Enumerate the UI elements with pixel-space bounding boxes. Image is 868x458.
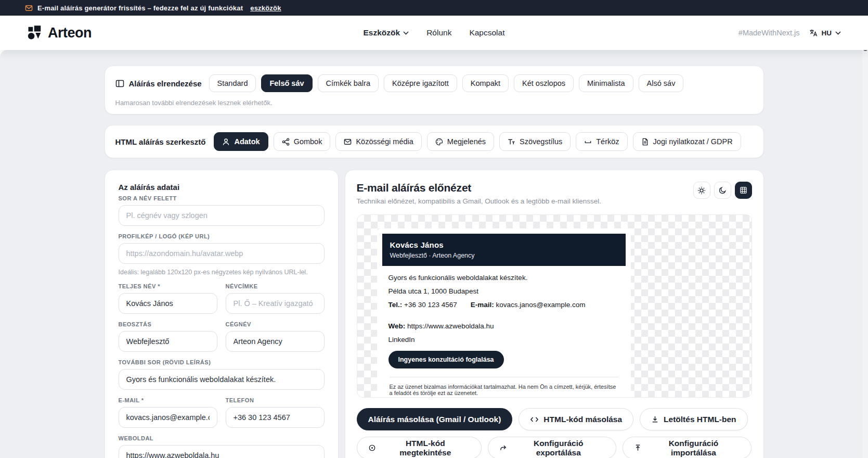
editor-title: HTML aláírás szerkesztő — [115, 137, 206, 146]
chevron-down-icon — [835, 31, 841, 35]
tab-jogi-nyilatkozat[interactable]: Jogi nyilatkozat / GDPR — [633, 132, 741, 151]
avatar-url-input[interactable] — [119, 243, 325, 264]
field-label-position: BEOSZTÁS — [119, 321, 217, 327]
user-icon — [222, 138, 230, 146]
nav-item-kapcsolat[interactable]: Kapcsolat — [469, 28, 504, 37]
envelope-icon — [344, 138, 352, 146]
position-input[interactable] — [119, 331, 217, 352]
signature-role: Webfejlesztő · Arteon Agency — [390, 252, 618, 259]
language-switcher[interactable]: HU — [809, 29, 841, 37]
signature-description: Gyors és funkcionális weboldalakat készí… — [388, 274, 619, 282]
field-label-line-above-name: SOR A NÉV FELETT — [119, 195, 325, 201]
view-html-button[interactable]: HTML-kód megtekintése — [357, 437, 482, 458]
page-scrollbar[interactable] — [862, 16, 868, 458]
code-icon — [530, 416, 539, 423]
editor-tabs-card: HTML aláírás szerkesztő Adatok — [105, 125, 764, 158]
layout-option-kozepre-igazitott[interactable]: Középre igazított — [384, 74, 457, 92]
field-label-phone: TELEFON — [226, 397, 325, 403]
export-config-button[interactable]: Konfiguráció exportálása — [488, 437, 616, 458]
banner-message: E-mail aláírás generátor frissítés – fed… — [37, 4, 243, 12]
site-header: Arteon Eszközök Rólunk Kapcsolat #MadeWi… — [0, 16, 868, 50]
field-label-avatar-url: PROFILKÉP / LOGÓ (KÉP URL) — [119, 233, 325, 239]
editor-tabs: Adatok Gombok — [214, 132, 741, 151]
preview-title: E-mail aláírás előnézet — [357, 182, 601, 194]
chevron-down-icon — [403, 31, 409, 35]
target-icon — [368, 444, 376, 452]
checkerboard-icon — [740, 186, 747, 194]
layout-option-cimkek-balra[interactable]: Címkék balra — [318, 74, 379, 92]
document-icon — [641, 138, 649, 146]
upload-icon — [634, 444, 642, 452]
light-mode-button[interactable] — [693, 182, 710, 199]
brand-logo[interactable]: Arteon — [27, 25, 92, 41]
tab-kozossegi-media[interactable]: Közösségi média — [335, 132, 421, 151]
layout-selector-card: Aláírás elrendezése Standard Felső sáv C… — [105, 66, 764, 115]
import-config-button[interactable]: Konfiguráció importálása — [623, 437, 752, 458]
signature-address: Példa utca 1, 1000 Budapest — [388, 287, 619, 295]
signature-contacts: Tel.: +36 30 123 4567 E-mail: kovacs.jan… — [388, 301, 619, 330]
field-label-extra-line: TOVÁBBI SOR (RÖVID LEÍRÁS) — [119, 359, 325, 365]
tab-adatok[interactable]: Adatok — [214, 132, 268, 151]
line-above-name-input[interactable] — [119, 205, 325, 226]
signature-phone: +36 30 123 4567 — [404, 301, 457, 309]
form-title: Az aláírás adatai — [119, 183, 325, 192]
nav-item-eszkozok[interactable]: Eszközök — [364, 28, 409, 37]
share-forward-icon — [499, 444, 507, 452]
main-content: Aláírás elrendezése Standard Felső sáv C… — [0, 50, 868, 458]
field-label-full-name: TELJES NÉV * — [119, 283, 217, 289]
field-label-company: CÉGNÉV — [226, 321, 325, 327]
signature-web: https://www.azweboldala.hu — [407, 322, 494, 330]
layout-option-standard[interactable]: Standard — [209, 74, 256, 92]
email-input[interactable] — [119, 407, 217, 428]
website-input[interactable] — [119, 445, 325, 458]
arteon-logo-icon — [27, 25, 43, 41]
signature-cta-button[interactable]: Ingyenes konzultáció foglalása — [388, 351, 504, 368]
banner-tools-link[interactable]: eszközök — [250, 4, 281, 12]
share-nodes-icon — [282, 138, 290, 146]
layout-option-minimalista[interactable]: Minimalista — [579, 74, 633, 92]
signature-preview-card: E-mail aláírás előnézet Technikai előnéz… — [345, 170, 764, 458]
tab-gombok[interactable]: Gombok — [274, 132, 331, 151]
phone-input[interactable] — [226, 407, 325, 428]
signature-email: kovacs.janos@example.com — [496, 301, 586, 309]
signature-linkedin-link[interactable]: LinkedIn — [388, 336, 619, 344]
layout-option-kompakt[interactable]: Kompakt — [462, 74, 509, 92]
signature-name: Kovács János — [390, 240, 618, 249]
field-label-website: WEBOLDAL — [119, 435, 325, 441]
language-code: HU — [822, 29, 832, 37]
tab-terkoz[interactable]: Térköz — [576, 132, 627, 151]
tab-szovegstilus[interactable]: Szövegstílus — [499, 132, 571, 151]
made-with-badge: #MadeWithNext.js — [739, 29, 800, 37]
sun-icon — [697, 186, 706, 195]
palette-icon — [435, 138, 443, 146]
tab-megjelenes[interactable]: Megjelenés — [427, 132, 494, 151]
copy-html-button[interactable]: HTML-kód másolása — [519, 408, 633, 430]
layout-option-ket-oszlopos[interactable]: Két oszlopos — [514, 74, 574, 92]
avatar-url-hint: Ideális: legalább 120x120 px-es négyzete… — [119, 269, 325, 276]
preview-actions-row-1: Aláírás másolása (Gmail / Outlook) HTML-… — [357, 408, 752, 430]
layout-icon — [115, 79, 124, 88]
copy-signature-button[interactable]: Aláírás másolása (Gmail / Outlook) — [357, 408, 513, 430]
moon-icon — [719, 186, 727, 194]
transparent-grid-button[interactable] — [735, 182, 752, 199]
layout-options: Standard Felső sáv Címkék balra Középre … — [209, 74, 684, 92]
preview-mode-buttons — [693, 182, 752, 199]
full-name-input[interactable] — [119, 293, 217, 314]
announcement-banner: E-mail aláírás generátor frissítés – fed… — [0, 0, 868, 16]
main-nav: Eszközök Rólunk Kapcsolat — [0, 28, 868, 37]
translate-icon — [809, 29, 818, 37]
preview-subtitle: Technikai előnézet, kompatibilis a Gmail… — [357, 197, 601, 205]
layout-option-felso-sav[interactable]: Felső sáv — [261, 74, 312, 92]
field-label-name-tag: NÉVCÍMKE — [226, 283, 325, 289]
download-html-button[interactable]: Letöltés HTML-ben — [640, 408, 748, 430]
layout-hint: Hamarosan további elrendezések lesznek e… — [115, 99, 753, 107]
signature-header-bar: Kovács János Webfejlesztő · Arteon Agenc… — [382, 234, 626, 266]
extra-line-input[interactable] — [119, 369, 325, 390]
company-input[interactable] — [226, 331, 325, 352]
nav-item-rolunk[interactable]: Rólunk — [426, 28, 451, 37]
field-label-email: E-MAIL * — [119, 397, 217, 403]
layout-option-also-sav[interactable]: Alsó sáv — [639, 74, 684, 92]
dark-mode-button[interactable] — [714, 182, 731, 199]
header-right: #MadeWithNext.js HU — [739, 29, 841, 37]
name-tag-input[interactable] — [226, 293, 325, 314]
